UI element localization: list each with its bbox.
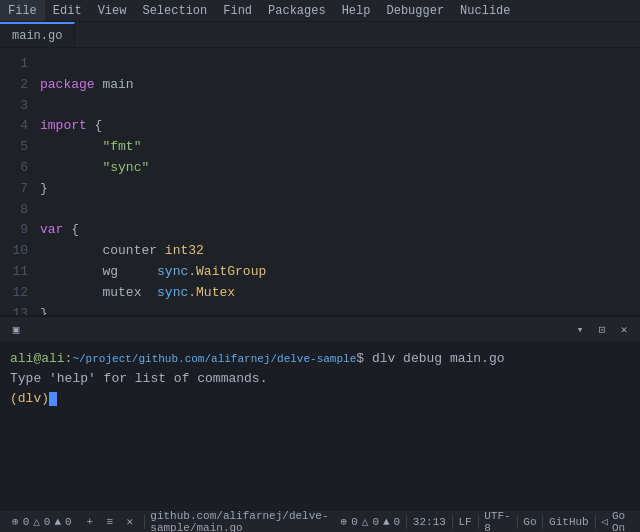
terminal-panel: ▣ ▾ ⊡ ✕ ali@ali:~/project/github.com/ali…	[0, 315, 640, 510]
r-warn-icon: △	[362, 515, 369, 528]
terminal-toolbar: ▣ ▾ ⊡ ✕	[0, 317, 640, 343]
lf-text: LF	[458, 516, 471, 528]
status-go-on: ◁ Go On	[597, 510, 632, 533]
terminal-cursor	[49, 392, 57, 406]
terminal-output-1: Type 'help' for list of commands.	[10, 369, 630, 389]
menu-packages[interactable]: Packages	[260, 0, 334, 21]
status-divider7	[595, 515, 596, 529]
terminal-toolbar-left: ▣	[8, 322, 24, 338]
status-divider2	[406, 515, 407, 529]
time-text: 32:13	[413, 516, 446, 528]
scrollbar[interactable]	[630, 48, 640, 315]
terminal-expand-btn[interactable]: ⊡	[594, 322, 610, 338]
code-line-8: var {	[40, 222, 79, 237]
menu-help[interactable]: Help	[334, 0, 379, 21]
terminal-symbol: ▣	[13, 323, 20, 336]
code-line-9: counter int32	[40, 243, 204, 258]
terminal-icon: ▣	[8, 322, 24, 338]
status-menu-btn[interactable]: ≡	[102, 514, 118, 530]
go-on-icon: ◁	[601, 515, 608, 528]
terminal-minimize-btn[interactable]: ▾	[572, 322, 588, 338]
tab-bar: main.go	[0, 22, 640, 48]
code-line-6: }	[40, 181, 48, 196]
line-num: 3	[6, 96, 28, 117]
status-github: GitHub	[545, 516, 593, 528]
terminal-prompt: $	[356, 351, 364, 366]
menu-nuclide[interactable]: Nuclide	[452, 0, 518, 21]
critical-count: 0	[65, 516, 72, 528]
line-num: 6	[6, 158, 28, 179]
line-num: 10	[6, 241, 28, 262]
line-num: 7	[6, 179, 28, 200]
filepath-text: github.com/alifarnej/delve-sample/main.g…	[150, 510, 328, 533]
terminal-dlv-prompt: (dlv)	[10, 391, 49, 406]
r-w-count: 0	[372, 516, 379, 528]
code-line-10: wg sync.WaitGroup	[40, 264, 266, 279]
warning-icon: △	[33, 515, 40, 528]
status-close-btn[interactable]: ✕	[122, 514, 138, 530]
status-bar: ⊕ 0 △ 0 ▲ 0 + ≡ ✕ github.com/alifarnej/d…	[0, 510, 640, 532]
terminal-output-2: (dlv)	[10, 389, 630, 409]
status-filepath: github.com/alifarnej/delve-sample/main.g…	[146, 510, 332, 533]
add-icon: ⊕	[12, 515, 19, 528]
error-icon: ▲	[54, 516, 61, 528]
line-num: 8	[6, 200, 28, 221]
line-num: 13	[6, 304, 28, 315]
editor-area: 1 2 3 4 5 6 7 8 9 10 11 12 13 14 15 16 1…	[0, 48, 640, 315]
tab-label: main.go	[12, 29, 62, 43]
r-c-count: 0	[394, 516, 401, 528]
code-line-5: "sync"	[40, 160, 149, 175]
terminal-user: ali@ali:	[10, 351, 72, 366]
terminal-prompt-line: ali@ali:~/project/github.com/alifarnej/d…	[10, 349, 630, 369]
status-divider3	[452, 515, 453, 529]
line-num: 5	[6, 137, 28, 158]
terminal-close-btn[interactable]: ✕	[616, 322, 632, 338]
terminal-output-text: Type 'help' for list of commands.	[10, 371, 267, 386]
status-divider4	[478, 515, 479, 529]
status-encoding: UTF-8	[480, 510, 514, 533]
r-e-count: 0	[351, 516, 358, 528]
status-errors: ⊕ 0 △ 0 ▲ 0	[8, 515, 76, 528]
line-num: 9	[6, 220, 28, 241]
warning-count: 0	[44, 516, 51, 528]
menu-edit[interactable]: Edit	[45, 0, 90, 21]
menu-bar: File Edit View Selection Find Packages H…	[0, 0, 640, 22]
go-text: Go	[523, 516, 536, 528]
error-count: 0	[23, 516, 30, 528]
tab-main-go[interactable]: main.go	[0, 22, 75, 47]
status-add-btn[interactable]: +	[82, 514, 98, 530]
line-num: 11	[6, 262, 28, 283]
line-num: 1	[6, 54, 28, 75]
status-time: 32:13	[409, 516, 450, 528]
code-line-1: package main	[40, 77, 134, 92]
status-divider	[144, 515, 145, 529]
code-line-11: mutex sync.Mutex	[40, 285, 235, 300]
status-divider6	[542, 515, 543, 529]
status-lf: LF	[454, 516, 475, 528]
code-line-12: }	[40, 306, 48, 315]
line-num: 2	[6, 75, 28, 96]
line-num: 4	[6, 116, 28, 137]
menu-file[interactable]: File	[0, 0, 45, 21]
r-add-icon: ⊕	[341, 515, 348, 528]
terminal-command: dlv debug main.go	[364, 351, 504, 366]
menu-selection[interactable]: Selection	[134, 0, 215, 21]
line-numbers: 1 2 3 4 5 6 7 8 9 10 11 12 13 14 15 16 1…	[0, 48, 36, 315]
status-right-errors: ⊕ 0 △ 0 ▲ 0	[337, 515, 405, 528]
menu-find[interactable]: Find	[215, 0, 260, 21]
encoding-text: UTF-8	[484, 510, 510, 533]
status-go: Go	[519, 516, 540, 528]
go-on-text: Go On	[612, 510, 628, 533]
code-editor[interactable]: package main import { "fmt" "sync" } var…	[36, 48, 630, 315]
github-text: GitHub	[549, 516, 589, 528]
status-divider5	[517, 515, 518, 529]
terminal-content[interactable]: ali@ali:~/project/github.com/alifarnej/d…	[0, 343, 640, 510]
status-actions: + ≡ ✕	[78, 514, 142, 530]
menu-debugger[interactable]: Debugger	[378, 0, 452, 21]
terminal-toolbar-right: ▾ ⊡ ✕	[572, 322, 632, 338]
r-err-icon: ▲	[383, 516, 390, 528]
terminal-host: ~/project/github.com/alifarnej/delve-sam…	[72, 353, 356, 365]
menu-view[interactable]: View	[90, 0, 135, 21]
line-num: 12	[6, 283, 28, 304]
code-line-3: import {	[40, 118, 102, 133]
